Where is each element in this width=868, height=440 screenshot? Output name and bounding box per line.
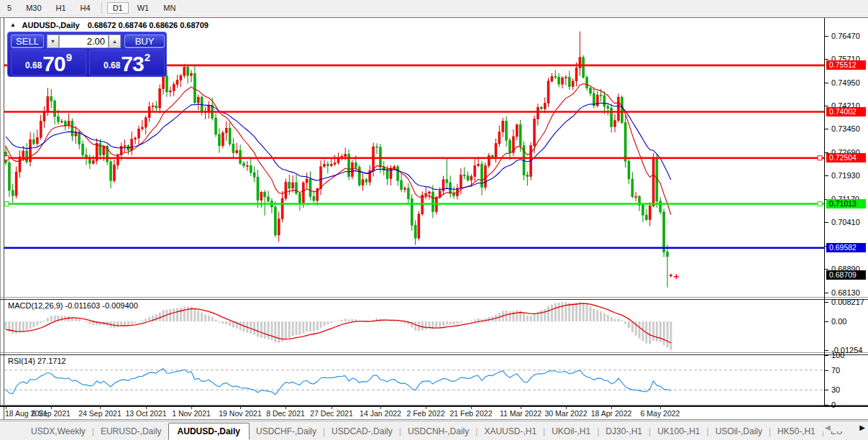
date-label: 6 Sep 2021: [32, 409, 70, 418]
tab-uk100-h1[interactable]: UK100-,H1: [651, 423, 706, 439]
price-axis[interactable]: 0.764700.757100.749500.742100.734500.726…: [825, 18, 868, 406]
rsi-line: [6, 369, 671, 395]
rsi-tick-label: 0: [831, 400, 836, 409]
price-tick: [825, 36, 828, 37]
tab-scroll-left-icon[interactable]: ◀: [825, 423, 831, 431]
timeframe-button-mn[interactable]: MN: [157, 2, 181, 14]
date-label: 8 Dec 2021: [266, 409, 305, 418]
one-click-trade-panel: SELL ▼ ▲ BUY 0.68 70 9 0.68 73 2: [7, 32, 167, 77]
window-left-border-outer: [0, 18, 1, 406]
chart-window-bottom-border: [0, 419, 868, 420]
macd-tick: [825, 321, 828, 322]
mt4-terminal: 5M30H1H4D1W1MN ▲ AUDUSD-,Daily 0.68672 0…: [0, 0, 868, 440]
date-label: 13 Oct 2021: [125, 409, 166, 418]
date-label: 27 Dec 2021: [310, 409, 353, 418]
tab-scroll-right-icon[interactable]: ▶: [859, 423, 865, 431]
tab-usdcnh-daily[interactable]: USDCNH-,Daily: [401, 423, 475, 439]
macd-tick-label: 0.00: [831, 317, 846, 326]
price-tick: [825, 129, 828, 129]
price-tick: [825, 83, 828, 83]
price-tick-label: 0.70410: [831, 218, 860, 226]
rsi-tick-label: 30: [831, 385, 840, 394]
pane-separator[interactable]: [0, 299, 868, 300]
sell-price-pipette: 9: [66, 51, 72, 63]
rsi-tick: [825, 405, 828, 405]
volume-input[interactable]: [59, 35, 109, 48]
timeframe-button-d1[interactable]: D1: [107, 2, 129, 14]
price-tick-label: 0.73450: [831, 124, 860, 133]
rsi-tick: [825, 355, 828, 356]
price-tick-label: 0.76470: [831, 32, 860, 40]
toolbar-separator: [101, 2, 102, 14]
price-tick: [825, 269, 828, 270]
price-tick-label: 0.74950: [831, 78, 860, 87]
hline-price-badge: 0.71013: [826, 199, 866, 208]
macd-label: MACD(12,26,9) -0.011603 -0.009400: [8, 301, 138, 310]
hline-price-badge: 0.69582: [826, 243, 866, 252]
sell-price-pips: 70: [42, 55, 65, 73]
timeframe-button-m30[interactable]: M30: [20, 2, 47, 14]
sell-price-display[interactable]: 0.68 70 9: [11, 50, 86, 75]
pane-separator[interactable]: [0, 352, 868, 353]
price-tick: [825, 59, 828, 60]
date-label: 6 May 2022: [641, 409, 680, 418]
chart-symbol-period: AUDUSD-,Daily: [22, 21, 80, 29]
rsi-tick: [825, 390, 828, 390]
chart-tab-bar: USDX,Weekly|EURUSD-,DailyAUDUSD-,DailyUS…: [0, 421, 868, 440]
rsi-indicator-pane[interactable]: [4, 355, 824, 405]
price-tick: [825, 106, 828, 106]
pane-separator[interactable]: [0, 354, 868, 355]
tab-dj30-h1[interactable]: DJ30-,H1: [599, 423, 649, 439]
hline-price-badge: 0.74002: [826, 107, 866, 116]
sell-button[interactable]: SELL: [11, 35, 44, 48]
timeframe-button-h4[interactable]: H4: [75, 2, 96, 14]
buy-button[interactable]: BUY: [124, 35, 165, 48]
price-tick-label: 0.71930: [831, 171, 860, 180]
volume-decrease-button[interactable]: ▼: [47, 35, 59, 48]
rsi-tick-label: 70: [831, 366, 840, 375]
chart-ohlc-values: 0.68672 0.68746 0.68626 0.68709: [88, 21, 209, 29]
macd-tick-label: 0.008217: [831, 298, 864, 306]
tab-ukoil-h1[interactable]: UKOil-,H1: [545, 423, 597, 439]
ma-fast-line: [6, 84, 671, 215]
buy-price-display[interactable]: 0.68 73 2: [89, 50, 165, 75]
tab-xauusd-h1[interactable]: XAUUSD-,H1: [478, 423, 543, 439]
tab-usoil-daily[interactable]: USOil-,Daily: [709, 423, 769, 439]
tab-audusd-daily[interactable]: AUDUSD-,Daily: [168, 423, 250, 440]
rsi-tick: [825, 370, 828, 371]
chart-title: ▲ AUDUSD-,Daily 0.68672 0.68746 0.68626 …: [10, 21, 209, 29]
tab-usdchf-daily[interactable]: USDCHF-,Daily: [250, 423, 323, 439]
timeframe-toolbar: 5M30H1H4D1W1MN: [0, 0, 868, 17]
volume-increase-button[interactable]: ▲: [109, 35, 121, 48]
price-tick: [825, 222, 828, 223]
timeframe-button-5[interactable]: 5: [1, 2, 17, 14]
tab-hk50-h1[interactable]: HK50-,H1: [771, 423, 822, 439]
rsi-tick-label: 100: [831, 351, 844, 359]
tab-usdx-weekly[interactable]: USDX,Weekly: [24, 423, 92, 439]
macd-tick: [825, 350, 828, 351]
hline-price-badge: 0.75512: [826, 60, 866, 70]
buy-price-pipette: 2: [145, 51, 150, 63]
date-label: 18 Apr 2022: [591, 409, 632, 418]
timeframe-button-w1[interactable]: W1: [132, 2, 155, 14]
tab-eurusd-daily[interactable]: EURUSD-,Daily: [94, 423, 168, 439]
date-label: 30 Mar 2022: [545, 409, 588, 418]
price-tick: [825, 293, 828, 293]
pane-separator[interactable]: [0, 297, 868, 298]
collapse-panel-icon[interactable]: ▲: [10, 22, 16, 28]
ma-slow-line: [6, 103, 671, 190]
date-label: 14 Jan 2022: [360, 409, 401, 418]
date-label: 2 Feb 2022: [406, 409, 444, 418]
date-label: 21 Feb 2022: [450, 409, 493, 418]
current-price-badge: 0.68709: [826, 270, 866, 280]
rsi-label: RSI(14) 27.1712: [8, 357, 66, 365]
buy-price-base: 0.68: [104, 60, 120, 70]
buy-price-pips: 73: [121, 55, 143, 73]
date-axis[interactable]: 18 Aug 20216 Sep 202124 Sep 202113 Oct 2…: [4, 407, 825, 419]
price-tick-label: 0.68130: [831, 288, 860, 297]
timeframe-button-h1[interactable]: H1: [50, 2, 72, 14]
date-label: 1 Nov 2021: [172, 409, 211, 418]
date-label: 19 Nov 2021: [219, 409, 262, 418]
date-label: 24 Sep 2021: [78, 409, 122, 418]
tab-usdcad-daily[interactable]: USDCAD-,Daily: [325, 423, 399, 439]
